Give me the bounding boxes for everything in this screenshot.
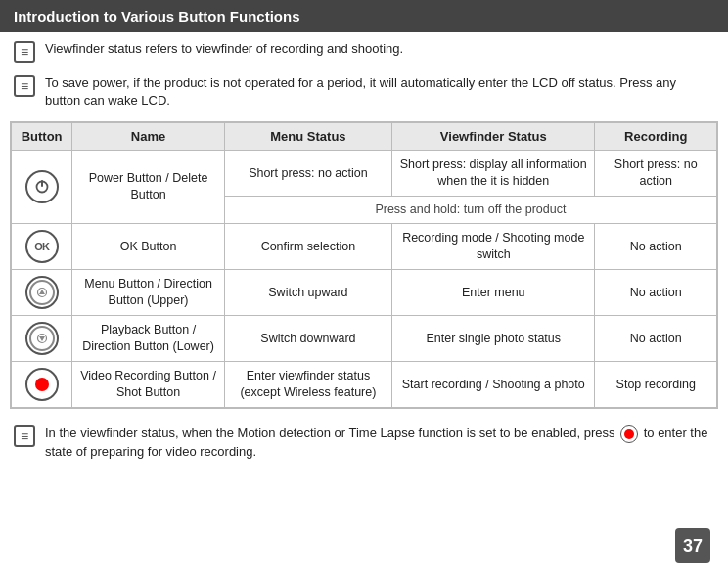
- menu-vf-status: Enter menu: [392, 270, 595, 316]
- playback-vf-status: Enter single photo status: [392, 316, 595, 362]
- note-1: ≡ Viewfinder status refers to viewfinder…: [0, 32, 728, 67]
- ok-recording: No action: [595, 224, 717, 270]
- record-button-icon-cell: [12, 362, 72, 408]
- power-button-icon-cell: [12, 151, 72, 224]
- power-menu-status: Short press: no action: [224, 151, 391, 197]
- note-1-text: Viewfinder status refers to viewfinder o…: [45, 40, 403, 58]
- record-menu-status: Enter viewfinder status (except Wireless…: [224, 362, 391, 408]
- menu-menu-status: Switch upward: [224, 270, 391, 316]
- svg-marker-3: [39, 290, 45, 294]
- record-button-icon: [25, 368, 59, 401]
- record-red-dot: [35, 378, 49, 391]
- playback-button-name: Playback Button / Direction Button (Lowe…: [72, 316, 225, 362]
- page-number: 37: [675, 528, 710, 563]
- table-row-power: Power Button / Delete Button Short press…: [12, 151, 717, 197]
- power-hold-text: Press and hold: turn off the product: [224, 197, 716, 224]
- playback-button-icon-cell: [12, 316, 72, 362]
- footer-note-text: In the viewfinder status, when the Motio…: [45, 425, 714, 461]
- ok-button-name: OK Button: [72, 224, 225, 270]
- menu-recording: No action: [595, 270, 717, 316]
- table-row-record: Video Recording Button / Shot Button Ent…: [12, 362, 717, 408]
- power-button-icon: [25, 170, 59, 203]
- ok-vf-status: Recording mode / Shooting mode switch: [392, 224, 595, 270]
- page-header: Introduction to Various Button Functions: [0, 0, 728, 32]
- table-header-row: Button Name Menu Status Viewfinder Statu…: [12, 123, 717, 151]
- table-row-playback: Playback Button / Direction Button (Lowe…: [12, 316, 717, 362]
- playback-button-icon: [25, 322, 59, 355]
- note-2: ≡ To save power, if the product is not o…: [0, 67, 728, 113]
- note-2-text: To save power, if the product is not ope…: [45, 74, 714, 110]
- header-title: Introduction to Various Button Functions: [14, 8, 299, 24]
- power-icon-svg: [34, 179, 50, 195]
- table-row-ok: OK OK Button Confirm selection Recording…: [12, 224, 717, 270]
- col-header-recording: Recording: [595, 123, 717, 151]
- ok-menu-status: Confirm selection: [224, 224, 391, 270]
- col-header-button: Button: [12, 123, 72, 151]
- record-button-name: Video Recording Button / Shot Button: [72, 362, 225, 408]
- footer-note-icon: ≡: [14, 425, 35, 447]
- power-vf-status: Short press: display all information whe…: [392, 151, 595, 197]
- power-recording: Short press: no action: [595, 151, 717, 197]
- record-recording: Stop recording: [595, 362, 717, 408]
- menu-button-icon-cell: [12, 270, 72, 316]
- svg-marker-5: [39, 336, 45, 341]
- col-header-vf: Viewfinder Status: [392, 123, 595, 151]
- playback-menu-status: Switch downward: [224, 316, 391, 362]
- col-header-menu: Menu Status: [224, 123, 391, 151]
- record-vf-status: Start recording / Shooting a photo: [392, 362, 595, 408]
- note-icon-2: ≡: [14, 75, 35, 97]
- footer-inline-record-icon: [620, 425, 638, 443]
- footer-note: ≡ In the viewfinder status, when the Mot…: [0, 417, 728, 467]
- playback-recording: No action: [595, 316, 717, 362]
- menu-button-icon: [25, 276, 59, 309]
- power-button-name: Power Button / Delete Button: [72, 151, 225, 224]
- note-icon-1: ≡: [14, 41, 35, 63]
- col-header-name: Name: [72, 123, 225, 151]
- button-functions-table: Button Name Menu Status Viewfinder Statu…: [10, 121, 718, 409]
- ok-button-icon: OK: [25, 230, 59, 263]
- menu-button-name: Menu Button / Direction Button (Upper): [72, 270, 225, 316]
- table-row-menu: Menu Button / Direction Button (Upper) S…: [12, 270, 717, 316]
- ok-button-icon-cell: OK: [12, 224, 72, 270]
